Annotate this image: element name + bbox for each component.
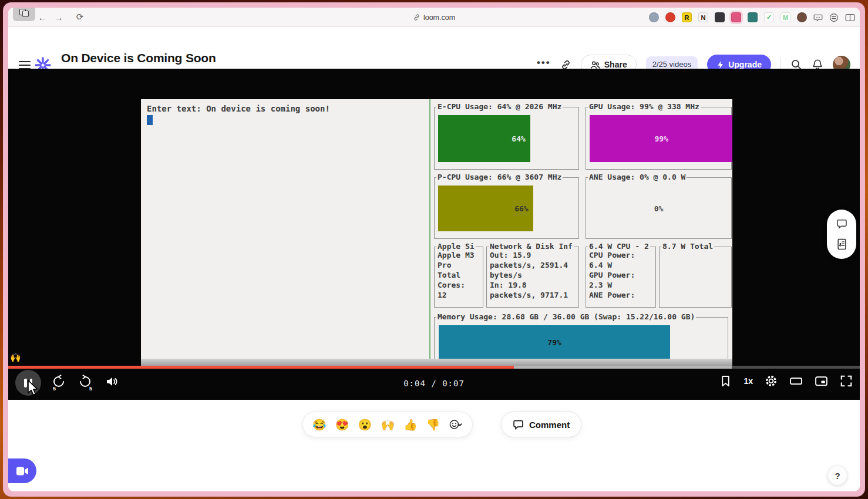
progress-track-light bbox=[514, 366, 732, 369]
more-options-button[interactable]: ••• bbox=[537, 57, 551, 69]
picture-in-picture-button[interactable] bbox=[815, 375, 828, 387]
reaction-surprised[interactable]: 😮 bbox=[358, 418, 372, 431]
pcpu-usage-bar: 66% bbox=[438, 186, 533, 231]
pcpu-usage-value: 66% bbox=[514, 204, 528, 213]
ecpu-usage-value: 64% bbox=[512, 134, 525, 143]
page-title: On Device is Coming Soon bbox=[61, 51, 216, 65]
duration: 0:07 bbox=[442, 379, 465, 388]
browser-toolbar: ← → ⟳ loom.com R N ✓ M bbox=[8, 8, 860, 27]
reload-button[interactable]: ⟳ bbox=[72, 10, 88, 24]
url-text: loom.com bbox=[423, 14, 455, 22]
extensions-row: R N ✓ M bbox=[649, 8, 855, 27]
fullscreen-button[interactable] bbox=[840, 375, 853, 387]
comment-label: Comment bbox=[529, 420, 570, 430]
browser-window-frame: ← → ⟳ loom.com R N ✓ M bbox=[3, 2, 865, 497]
side-tools-capsule bbox=[827, 210, 856, 259]
extension-icon[interactable] bbox=[715, 12, 725, 22]
extension-icon[interactable] bbox=[748, 12, 758, 22]
reaction-bar: 😂 😍 😮 🙌 👍 👎 bbox=[302, 412, 473, 437]
lightning-icon bbox=[716, 60, 724, 69]
comment-button[interactable]: Comment bbox=[501, 412, 581, 437]
split-view-icon[interactable] bbox=[845, 13, 855, 22]
panel-title: P-CPU Usage: 66% @ 3607 MHz bbox=[436, 173, 563, 181]
theater-mode-button[interactable] bbox=[789, 375, 803, 387]
reaction-thumbs-up[interactable]: 👍 bbox=[403, 418, 418, 431]
share-label: Share bbox=[604, 60, 627, 69]
gpu-usage-panel: GPU Usage: 99% @ 338 MHz 99% bbox=[586, 107, 732, 170]
extension-icon[interactable] bbox=[731, 12, 741, 22]
reaction-laugh[interactable]: 😂 bbox=[312, 418, 327, 431]
panel-title: Network & Disk Inf bbox=[489, 242, 574, 251]
extension-icon[interactable]: R bbox=[682, 12, 692, 22]
terminal-prompt-text: Enter text: On device is coming soon! bbox=[147, 104, 330, 113]
video-camera-icon bbox=[16, 466, 29, 476]
feedback-icon[interactable] bbox=[813, 13, 823, 22]
browser-window: ← → ⟳ loom.com R N ✓ M bbox=[8, 8, 860, 491]
video-player[interactable]: Enter text: On device is coming soon! E-… bbox=[8, 69, 860, 400]
tune-icon[interactable] bbox=[829, 13, 839, 22]
network-disk-panel: Network & Disk Inf Out: 15.9 packets/s, … bbox=[486, 247, 579, 308]
people-icon bbox=[590, 60, 600, 69]
panel-title: 8.7 W Total bbox=[661, 242, 714, 251]
memory-usage-bar: 79% bbox=[439, 325, 670, 359]
back-button[interactable]: ← bbox=[34, 10, 51, 24]
terminal-window-footer bbox=[141, 359, 732, 366]
playback-speed-button[interactable]: 1x bbox=[743, 376, 753, 386]
player-controls-right: 1x bbox=[719, 375, 853, 387]
terminal-screen: Enter text: On device is coming soon! E-… bbox=[141, 99, 732, 366]
terminal-cursor bbox=[147, 115, 153, 125]
ecpu-usage-panel: E-CPU Usage: 64% @ 2026 MHz 64% bbox=[434, 107, 579, 170]
extension-icon[interactable] bbox=[665, 12, 675, 22]
current-time: 0:04 bbox=[403, 379, 426, 388]
comments-panel-button[interactable] bbox=[836, 218, 847, 229]
videos-quota-label: 2/25 videos bbox=[652, 60, 692, 69]
reaction-heart-eyes[interactable]: 😍 bbox=[335, 418, 349, 431]
extension-icon[interactable]: N bbox=[698, 12, 708, 22]
reaction-thumbs-down[interactable]: 👎 bbox=[426, 418, 440, 431]
upgrade-label: Upgrade bbox=[728, 60, 762, 69]
panel-title: Apple Si bbox=[436, 242, 476, 251]
soc-info-panel: Apple Si Apple M3 Pro Total Cores: 12 bbox=[434, 247, 483, 308]
panel-text: Apple M3 Pro Total Cores: 12 bbox=[438, 250, 481, 306]
panel-title: E-CPU Usage: 64% @ 2026 MHz bbox=[436, 102, 563, 111]
panel-title: 6.4 W CPU - 2 bbox=[588, 242, 650, 251]
floating-window-widget[interactable] bbox=[13, 8, 35, 21]
help-button[interactable]: ? bbox=[828, 466, 847, 485]
menu-button[interactable] bbox=[19, 61, 31, 69]
playback-progress-bar[interactable] bbox=[8, 366, 860, 369]
settings-gear-button[interactable] bbox=[765, 375, 778, 387]
link-icon bbox=[413, 14, 420, 21]
pcpu-usage-panel: P-CPU Usage: 66% @ 3607 MHz 66% bbox=[434, 177, 579, 239]
mouse-cursor bbox=[26, 380, 40, 396]
ane-usage-value: 0% bbox=[586, 204, 731, 213]
reaction-raised-hands[interactable]: 🙌 bbox=[381, 418, 395, 431]
gpu-usage-bar: 99% bbox=[590, 115, 732, 162]
panel-title: ANE Usage: 0% @ 0.0 W bbox=[588, 173, 687, 181]
cpu-power-panel: 6.4 W CPU - 2 CPU Power: 6.4 W GPU Power… bbox=[586, 247, 656, 308]
panel-text: CPU Power: 6.4 W GPU Power: 2.3 W ANE Po… bbox=[589, 250, 654, 306]
extension-icon[interactable] bbox=[649, 12, 659, 22]
forward-button[interactable]: → bbox=[51, 10, 67, 24]
extension-icon[interactable]: M bbox=[780, 12, 790, 22]
panel-title: GPU Usage: 99% @ 338 MHz bbox=[588, 102, 701, 111]
transcript-panel-button[interactable] bbox=[836, 238, 847, 250]
comment-bubble-icon bbox=[513, 419, 524, 430]
reaction-overlay-emoji: 🙌 bbox=[10, 352, 21, 363]
record-video-button[interactable] bbox=[8, 458, 36, 483]
time-separator: / bbox=[431, 379, 436, 388]
emoji-picker-button[interactable] bbox=[449, 418, 463, 431]
tmux-pane-divider bbox=[429, 99, 430, 359]
ane-usage-panel: ANE Usage: 0% @ 0.0 W 0% bbox=[586, 177, 732, 239]
windows-icon bbox=[22, 11, 29, 17]
total-power-panel: 8.7 W Total bbox=[659, 247, 732, 308]
memory-usage-value: 79% bbox=[439, 338, 670, 347]
gpu-usage-value: 99% bbox=[590, 134, 732, 143]
extension-icon[interactable] bbox=[797, 12, 807, 22]
bookmark-button[interactable] bbox=[719, 375, 732, 387]
panel-text: Out: 15.9 packets/s, 2591.4 bytes/s In: … bbox=[490, 250, 577, 306]
extension-icon[interactable]: ✓ bbox=[764, 12, 774, 22]
ecpu-usage-bar: 64% bbox=[438, 115, 530, 162]
help-label: ? bbox=[835, 471, 840, 481]
panel-title: Memory Usage: 28.68 GB / 36.00 GB (Swap:… bbox=[436, 312, 696, 321]
progress-fill bbox=[8, 366, 514, 369]
